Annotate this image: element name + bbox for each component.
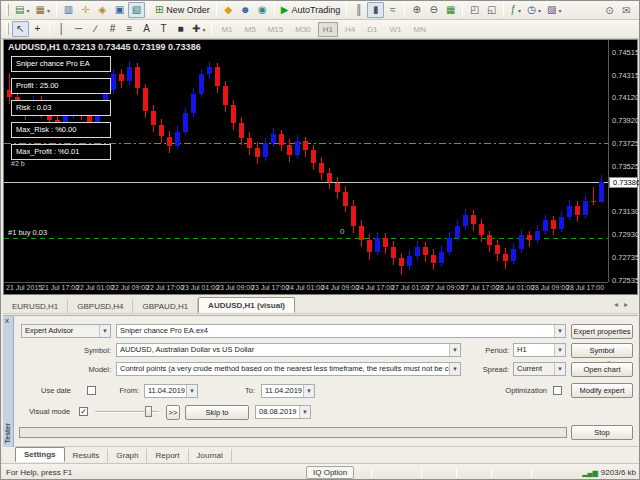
- tester-close-button[interactable]: x: [5, 316, 9, 325]
- time-axis-label: 28 Jul 17:00: [566, 284, 604, 291]
- tile-windows-button[interactable]: ▦: [442, 2, 459, 18]
- candlestick-chart-button[interactable]: ▮: [367, 2, 384, 18]
- chevron-down-icon[interactable]: ▼: [449, 344, 460, 356]
- label-tool[interactable]: T: [155, 21, 172, 37]
- new-chart-button[interactable]: ▤▾: [12, 2, 32, 18]
- profiles-button[interactable]: ▦▾: [32, 2, 52, 18]
- timeframe-h1[interactable]: H1: [318, 22, 338, 37]
- periods-button[interactable]: ◷▾: [524, 2, 544, 18]
- market-button[interactable]: ◉: [254, 2, 271, 18]
- tab-scroll-left-icon[interactable]: ◂: [612, 300, 620, 309]
- spread-select[interactable]: Current▼: [513, 362, 566, 376]
- timeframe-h4[interactable]: H4: [340, 22, 360, 37]
- chart-plot[interactable]: AUDUSD,H1 0.73213 0.73445 0.73199 0.7338…: [4, 40, 608, 282]
- expert-type-select[interactable]: Expert Advisor▼: [21, 324, 111, 338]
- tester-tab-journal[interactable]: Journal: [189, 449, 232, 462]
- chart-tab-gbpusd[interactable]: GBPUSD,H4: [68, 299, 133, 313]
- status-divider: [491, 467, 492, 478]
- chat-icon[interactable]: ✉: [618, 3, 635, 19]
- bar-chart-button[interactable]: ║: [350, 2, 367, 18]
- skip-to-button[interactable]: Skip to: [185, 405, 249, 420]
- timeframe-m1[interactable]: M1: [216, 22, 237, 37]
- line-chart-button[interactable]: ≈: [384, 2, 401, 18]
- period-select[interactable]: H1▼: [513, 343, 566, 357]
- tester-tab-graph[interactable]: Graph: [108, 449, 147, 462]
- symbol-select[interactable]: AUDUSD, Australian Dollar vs US Dollar▼: [116, 343, 461, 357]
- tester-tab-settings[interactable]: Settings: [15, 447, 65, 462]
- from-date-field[interactable]: 11.04.2019▼: [144, 384, 198, 398]
- tester-tab-results[interactable]: Results: [65, 449, 109, 462]
- model-select[interactable]: Control points (a very crude method base…: [116, 362, 461, 376]
- community-icon: ☻: [240, 5, 251, 15]
- navigator-button[interactable]: ◈: [94, 2, 111, 18]
- strategy-tester-button[interactable]: ▧: [128, 2, 145, 18]
- shapes-tool[interactable]: ■: [172, 21, 189, 37]
- symbol-label: Symbol:: [43, 344, 111, 357]
- status-divider: [421, 467, 422, 478]
- arrows-tool[interactable]: ✚▾: [189, 21, 208, 37]
- candle-body: [303, 141, 308, 150]
- symbol-properties-button[interactable]: Symbol properties: [571, 343, 633, 358]
- market-watch-button[interactable]: ▥: [60, 2, 77, 18]
- slider-thumb[interactable]: [145, 406, 152, 417]
- chevron-down-icon[interactable]: ▼: [554, 363, 565, 375]
- indicators-button[interactable]: ƒ▾: [507, 2, 524, 18]
- arrange-windows-button[interactable]: ◱: [483, 2, 500, 18]
- community-button[interactable]: ☻: [237, 2, 254, 18]
- tab-scroll-right-icon[interactable]: ▸: [622, 300, 630, 309]
- trendline-tool[interactable]: ∕: [87, 21, 104, 37]
- use-date-checkbox[interactable]: [87, 386, 96, 395]
- broker-status-button[interactable]: IQ Option: [306, 466, 354, 479]
- calendar-dropdown-icon[interactable]: ▼: [303, 385, 314, 397]
- new-order-button[interactable]: ⊞New Order: [152, 2, 213, 18]
- zoom-out-button[interactable]: ⊖: [425, 2, 442, 18]
- timeframe-w1[interactable]: W1: [384, 22, 406, 37]
- expert-name-select[interactable]: Sniper chance Pro EA.ex4▼: [116, 324, 566, 338]
- fibonacci-tool[interactable]: #: [104, 21, 121, 37]
- timeframe-m30[interactable]: M30: [290, 22, 316, 37]
- stop-button[interactable]: Stop: [571, 425, 633, 440]
- expert-properties-button[interactable]: Expert properties: [571, 324, 633, 339]
- cascade-windows-button[interactable]: ◰: [466, 2, 483, 18]
- autotrading-button[interactable]: ▶AutoTrading: [278, 2, 343, 18]
- open-chart-button[interactable]: Open chart: [571, 362, 633, 377]
- chevron-down-icon[interactable]: ▼: [554, 344, 565, 356]
- timeframe-m15[interactable]: M15: [263, 22, 289, 37]
- cursor-tool[interactable]: ↖: [12, 21, 29, 37]
- text-tool[interactable]: A: [138, 21, 155, 37]
- use-date-label: Use date: [41, 384, 71, 397]
- chevron-down-icon[interactable]: ▼: [449, 363, 460, 375]
- timeframe-m5[interactable]: M5: [240, 22, 261, 37]
- terminal-button[interactable]: ▣: [111, 2, 128, 18]
- calendar-dropdown-icon[interactable]: ▼: [186, 385, 197, 397]
- to-date-field[interactable]: 11.04.2019▼: [261, 384, 315, 398]
- crosshair-tool[interactable]: +: [29, 21, 46, 37]
- visual-mode-checkbox[interactable]: ✓: [79, 407, 88, 416]
- channel-tool[interactable]: ≡: [121, 21, 138, 37]
- toolbar-separator: [404, 3, 405, 17]
- vertical-line-tool[interactable]: │: [53, 21, 70, 37]
- zoom-in-button[interactable]: ⊕: [408, 2, 425, 18]
- timeframe-d1[interactable]: D1: [362, 22, 382, 37]
- visual-speed-slider[interactable]: [95, 406, 159, 417]
- tester-tab-report[interactable]: Report: [147, 449, 188, 462]
- strategy-tester-icon: ▧: [132, 5, 141, 15]
- fast-forward-button[interactable]: >>: [166, 405, 180, 420]
- chart-tab-eurusd[interactable]: EURUSD,H1: [3, 299, 68, 313]
- timeframe-mn[interactable]: MN: [408, 22, 430, 37]
- data-window-button[interactable]: ✛: [77, 2, 94, 18]
- modify-expert-button[interactable]: Modify expert: [571, 383, 633, 398]
- skip-date-field[interactable]: 08.08.2019▼: [255, 405, 311, 419]
- chart-tab-gbpaud[interactable]: GBPAUD,H1: [133, 299, 198, 313]
- chevron-down-icon[interactable]: ▼: [554, 325, 565, 337]
- templates-button[interactable]: ▨▾: [544, 2, 564, 18]
- horizontal-line-tool[interactable]: ─: [70, 21, 87, 37]
- chart-tab-audusd[interactable]: AUDUSD,H1 (visual): [198, 297, 295, 313]
- calendar-dropdown-icon[interactable]: ▼: [299, 406, 310, 418]
- optimization-checkbox[interactable]: [553, 386, 562, 395]
- search-icon[interactable]: ⊙: [601, 3, 618, 19]
- time-axis-label: 21 Jul 2015: [6, 284, 42, 291]
- chevron-down-icon[interactable]: ▼: [99, 325, 110, 337]
- toolbar-right-icons: ⊙✉: [601, 3, 635, 19]
- metaeditor-button[interactable]: ◆: [220, 2, 237, 18]
